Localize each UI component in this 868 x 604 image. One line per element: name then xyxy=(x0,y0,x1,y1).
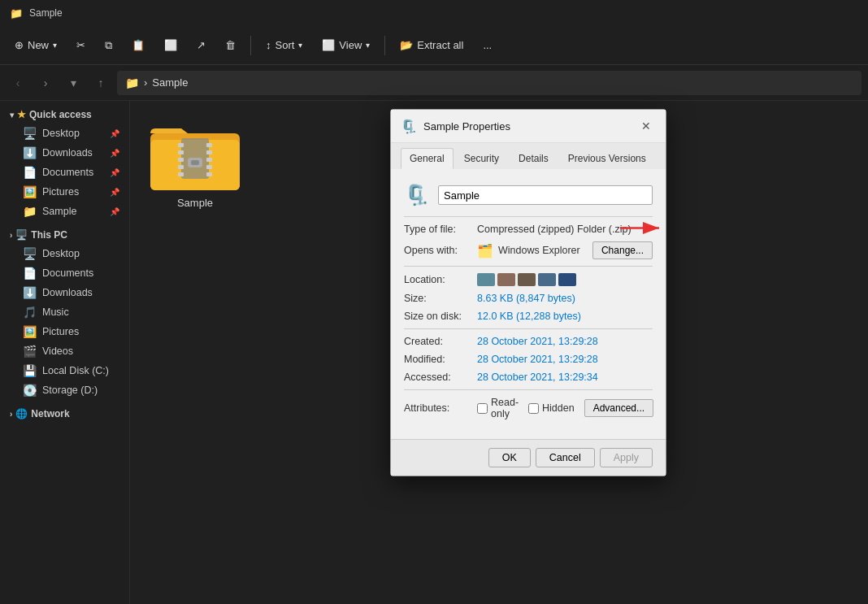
sidebar-item-pictures-qa[interactable]: 🖼️ Pictures 📌 xyxy=(3,182,126,202)
tab-previous-versions[interactable]: Previous Versions xyxy=(559,148,655,169)
breadcrumb-separator: › xyxy=(144,76,147,89)
sidebar-section-network[interactable]: › 🌐 Network xyxy=(3,405,126,423)
copy-button[interactable]: ⧉ xyxy=(97,35,120,56)
loc-block-4 xyxy=(538,273,556,286)
size-label: Size: xyxy=(404,293,477,304)
view-label: View xyxy=(339,39,362,51)
chevron-down-icon: ▾ xyxy=(10,111,14,119)
hidden-label: Hidden xyxy=(542,402,575,414)
network-icon: 🌐 xyxy=(15,408,28,419)
toolbar: ⊕ New ▾ ✂ ⧉ 📋 ⬜ ↗ 🗑 ↕ Sort ▾ ⬜ View ▾ 📂 … xyxy=(0,26,868,65)
sidebar-item-documents-pc[interactable]: 📄 Documents xyxy=(3,263,126,283)
size-disk-label: Size on disk: xyxy=(404,311,477,322)
forward-button[interactable]: › xyxy=(34,72,57,94)
more-button[interactable]: ... xyxy=(475,35,500,55)
recent-button[interactable]: ▾ xyxy=(62,72,85,94)
sidebar-item-desktop-pc[interactable]: 🖥️ Desktop xyxy=(3,244,126,263)
dialog-close-button[interactable]: ✕ xyxy=(636,116,656,136)
svg-rect-10 xyxy=(206,158,212,162)
sidebar-item-music-pc[interactable]: 🎵 Music xyxy=(3,302,126,322)
opens-with-label: Opens with: xyxy=(404,245,477,256)
extract-all-button[interactable]: 📂 Extract all xyxy=(392,35,471,55)
sidebar-item-documents-qa[interactable]: 📄 Documents 📌 xyxy=(3,163,126,182)
created-value: 28 October 2021, 13:29:28 xyxy=(477,336,653,347)
attributes-value: Read-only Hidden Advanced... xyxy=(477,397,653,419)
sidebar-item-desktop-qa[interactable]: 🖥️ Desktop 📌 xyxy=(3,124,126,143)
downloads-icon: ⬇️ xyxy=(23,146,37,159)
prop-name-input[interactable] xyxy=(438,185,653,205)
tab-details[interactable]: Details xyxy=(510,148,558,169)
breadcrumb-folder-icon: 📁 xyxy=(125,76,139,89)
sidebar-item-label: Videos xyxy=(42,345,73,357)
pin-icon: 📌 xyxy=(110,129,119,138)
dialog-title-bar: 🗜️ Sample Properties ✕ xyxy=(391,110,666,143)
loc-block-2 xyxy=(497,273,515,286)
properties-dialog: 🗜️ Sample Properties ✕ General Security … xyxy=(390,109,666,476)
prop-location-row: Location: xyxy=(404,273,653,286)
divider-2 xyxy=(404,266,653,267)
back-button[interactable]: ‹ xyxy=(7,72,29,94)
sidebar-item-sample-qa[interactable]: 📁 Sample 📌 xyxy=(3,202,126,221)
paste-button[interactable]: 📋 xyxy=(124,35,153,55)
accessed-value: 28 October 2021, 13:29:34 xyxy=(477,372,653,383)
pictures-pc-icon: 🖼️ xyxy=(23,325,37,338)
sidebar-item-label: Downloads xyxy=(42,147,93,159)
documents-icon: 📄 xyxy=(23,166,37,179)
desktop-pc-icon: 🖥️ xyxy=(23,247,37,260)
sidebar-item-local-disk[interactable]: 💾 Local Disk (C:) xyxy=(3,361,126,380)
rename-button[interactable]: ⬜ xyxy=(156,35,185,55)
sidebar-item-storage[interactable]: 💽 Storage (D:) xyxy=(3,380,126,400)
hidden-checkbox[interactable] xyxy=(528,403,539,414)
toolbar-separator xyxy=(250,36,251,55)
share-icon: ↗ xyxy=(197,39,206,51)
rename-icon: ⬜ xyxy=(164,39,177,51)
divider-1 xyxy=(404,216,653,217)
disk-d-icon: 💽 xyxy=(23,384,37,397)
sort-chevron-icon: ▾ xyxy=(298,41,302,50)
documents-pc-icon: 📄 xyxy=(23,267,37,280)
breadcrumb[interactable]: 📁 › Sample xyxy=(117,71,861,95)
sidebar-item-label: Pictures xyxy=(42,186,79,198)
delete-button[interactable]: 🗑 xyxy=(217,35,244,55)
svg-rect-7 xyxy=(178,172,184,176)
tab-general[interactable]: General xyxy=(401,148,454,169)
share-button[interactable]: ↗ xyxy=(189,35,214,55)
prop-size-row: Size: 8.63 KB (8,847 bytes) xyxy=(404,293,653,304)
advanced-button[interactable]: Advanced... xyxy=(584,399,653,417)
sidebar-item-pictures-pc[interactable]: 🖼️ Pictures xyxy=(3,322,126,341)
sidebar-item-downloads-qa[interactable]: ⬇️ Downloads 📌 xyxy=(3,143,126,163)
readonly-checkbox[interactable] xyxy=(477,403,488,414)
copy-icon: ⧉ xyxy=(105,39,112,52)
sort-button[interactable]: ↕ Sort ▾ xyxy=(258,35,310,55)
up-button[interactable]: ↑ xyxy=(89,72,112,94)
ok-button[interactable]: OK xyxy=(488,448,531,467)
readonly-checkbox-label[interactable]: Read-only xyxy=(477,397,519,419)
extract-all-label: Extract all xyxy=(417,39,463,51)
sidebar-item-downloads-pc[interactable]: ⬇️ Downloads xyxy=(3,283,126,302)
sidebar-item-videos-pc[interactable]: 🎬 Videos xyxy=(3,341,126,361)
windows-explorer-icon: 🗂️ xyxy=(477,243,493,259)
accessed-label: Accessed: xyxy=(404,372,477,383)
folder-icon: 📁 xyxy=(23,205,37,218)
cut-button[interactable]: ✂ xyxy=(68,35,93,55)
view-button[interactable]: ⬜ View ▾ xyxy=(314,35,378,55)
dialog-zip-icon: 🗜️ xyxy=(401,119,417,134)
opens-with-value-row: 🗂️ Windows Explorer Change... xyxy=(477,241,653,259)
created-label: Created: xyxy=(404,336,477,347)
sidebar-section-this-pc[interactable]: › 🖥️ This PC xyxy=(3,226,126,244)
hidden-checkbox-label[interactable]: Hidden xyxy=(528,402,575,414)
sidebar-section-quick-access[interactable]: ▾ ★ Quick access xyxy=(3,106,126,124)
file-item[interactable]: Sample xyxy=(146,117,244,209)
tab-security[interactable]: Security xyxy=(455,148,508,169)
more-icon: ... xyxy=(483,39,492,51)
extract-icon: 📂 xyxy=(400,39,413,51)
sort-icon: ↕ xyxy=(266,39,271,51)
apply-button[interactable]: Apply xyxy=(600,448,653,467)
cancel-button[interactable]: Cancel xyxy=(536,448,595,467)
change-button[interactable]: Change... xyxy=(592,241,653,259)
svg-rect-14 xyxy=(191,160,199,165)
zip-folder-icon xyxy=(150,117,240,190)
new-button[interactable]: ⊕ New ▾ xyxy=(7,35,65,55)
divider-3 xyxy=(404,328,653,329)
breadcrumb-current: Sample xyxy=(152,76,188,89)
